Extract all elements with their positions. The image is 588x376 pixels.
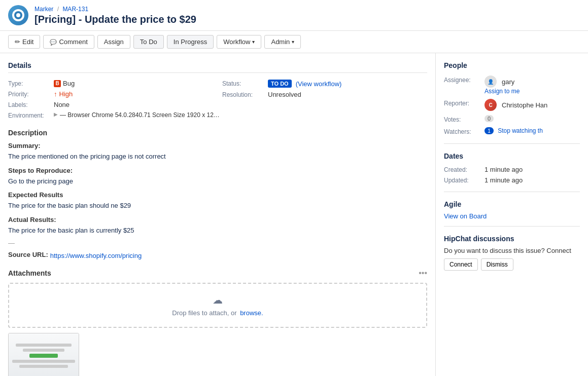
bug-icon: B: [54, 80, 61, 87]
todo-button[interactable]: To Do: [133, 35, 164, 49]
labels-label: Labels:: [8, 101, 54, 108]
details-section: Details Type: B Bug Priority: ↑: [8, 61, 427, 121]
resolution-value: Unresolved: [268, 91, 301, 98]
dates-section: Dates Created: 1 minute ago Updated: 1 m…: [444, 152, 580, 192]
env-arrow-icon: ▶: [54, 111, 58, 117]
thumbnail: [8, 333, 79, 376]
source-url-link[interactable]: https://www.shopify.com/pricing: [50, 252, 142, 259]
assign-button[interactable]: Assign: [97, 35, 130, 49]
view-on-board-link[interactable]: View on Board: [444, 212, 487, 220]
expected-heading: Expected Results: [8, 191, 427, 199]
header: Marker / MAR-131 [Pricing] - Update the …: [0, 0, 588, 31]
assignee-label: Assignee:: [444, 76, 485, 84]
issue-id-link[interactable]: MAR-131: [62, 6, 88, 13]
breadcrumb-nav: Marker / MAR-131: [34, 6, 88, 13]
project-link[interactable]: Marker: [34, 6, 53, 13]
created-value: 1 minute ago: [485, 166, 523, 173]
type-value: Bug: [63, 80, 75, 87]
status-label: Status:: [222, 80, 268, 87]
upload-icon: ☁: [19, 294, 416, 306]
priority-value: High: [59, 90, 73, 98]
reporter-label: Reporter:: [444, 99, 485, 107]
assign-to-me-link[interactable]: Assign to me: [485, 88, 520, 95]
people-section: People Assignee: 👤 gary Assign to me Rep…: [444, 61, 580, 144]
stop-watching-link[interactable]: Stop watching th: [498, 127, 543, 134]
attachments-title: Attachments: [8, 269, 51, 277]
reporter-name: Christophe Han: [502, 101, 547, 109]
updated-value: 1 minute ago: [485, 176, 523, 184]
labels-value: None: [54, 101, 70, 108]
hipchat-title: HipChat discussions: [444, 235, 580, 243]
updated-label: Updated:: [444, 177, 485, 184]
hipchat-section: HipChat discussions Do you want to discu…: [444, 235, 580, 277]
connect-button[interactable]: Connect: [444, 258, 478, 271]
steps-text: Go to the pricing page: [8, 176, 427, 186]
issue-title: [Pricing] - Update the price to $29: [34, 14, 196, 25]
priority-arrow-icon: ↑: [54, 90, 57, 98]
source-label: Source URL:: [8, 251, 48, 258]
toolbar: Edit Comment Assign To Do In Progress Wo…: [0, 31, 588, 53]
actual-text: The price for the basic plan is currentl…: [8, 225, 427, 236]
admin-button[interactable]: Admin: [264, 35, 301, 49]
agile-title: Agile: [444, 200, 580, 208]
view-workflow-link[interactable]: (View workflow): [296, 80, 342, 88]
comment-button[interactable]: Comment: [43, 35, 94, 49]
type-label: Type:: [8, 80, 54, 87]
in-progress-button[interactable]: In Progress: [167, 35, 214, 49]
pencil-icon: [15, 38, 20, 46]
environment-label: Environment:: [8, 111, 54, 119]
details-title: Details: [8, 61, 427, 73]
actual-heading: Actual Results:: [8, 216, 427, 223]
dismiss-button[interactable]: Dismiss: [481, 258, 513, 271]
priority-label: Priority:: [8, 90, 54, 98]
browse-link[interactable]: browse.: [240, 309, 263, 317]
expected-text: The price for the basic plan should ne $…: [8, 201, 427, 211]
more-options-icon[interactable]: •••: [419, 269, 427, 278]
assignee-avatar: 👤: [485, 76, 497, 88]
summary-heading: Summary:: [8, 142, 427, 149]
assignee-name: gary: [502, 78, 514, 86]
drop-zone[interactable]: ☁ Drop files to attach, or browse.: [8, 283, 427, 328]
description-title: Description: [8, 129, 427, 137]
edit-button[interactable]: Edit: [8, 35, 40, 49]
votes-badge: 0: [485, 115, 494, 122]
summary-text: The price mentioned on the pricing page …: [8, 152, 427, 162]
attachments-section: Attachments ••• ☁ Drop files to attach, …: [8, 269, 427, 376]
status-badge[interactable]: TO DO: [268, 80, 292, 88]
people-title: People: [444, 61, 580, 69]
separator: —: [8, 239, 427, 247]
logo: [8, 5, 28, 25]
reporter-avatar: C: [485, 99, 497, 111]
watchers-badge: 1: [485, 127, 494, 134]
workflow-button[interactable]: Workflow: [217, 35, 261, 49]
breadcrumb-sep: /: [57, 6, 59, 13]
dates-title: Dates: [444, 152, 580, 160]
hipchat-description: Do you want to discuss this issue? Conne…: [444, 247, 580, 254]
comment-icon: [50, 38, 57, 46]
created-label: Created:: [444, 166, 485, 173]
resolution-label: Resolution:: [222, 91, 268, 98]
drop-text: Drop files to attach, or: [172, 309, 236, 317]
votes-label: Votes:: [444, 115, 485, 123]
steps-heading: Steps to Reproduce:: [8, 167, 427, 174]
agile-section: Agile View on Board: [444, 200, 580, 227]
environment-value: — Browser Chrome 54.0.2840.71 Screen Siz…: [60, 111, 222, 119]
description-section: Description Summary: The price mentioned…: [8, 129, 427, 260]
watchers-label: Watchers:: [444, 127, 485, 135]
